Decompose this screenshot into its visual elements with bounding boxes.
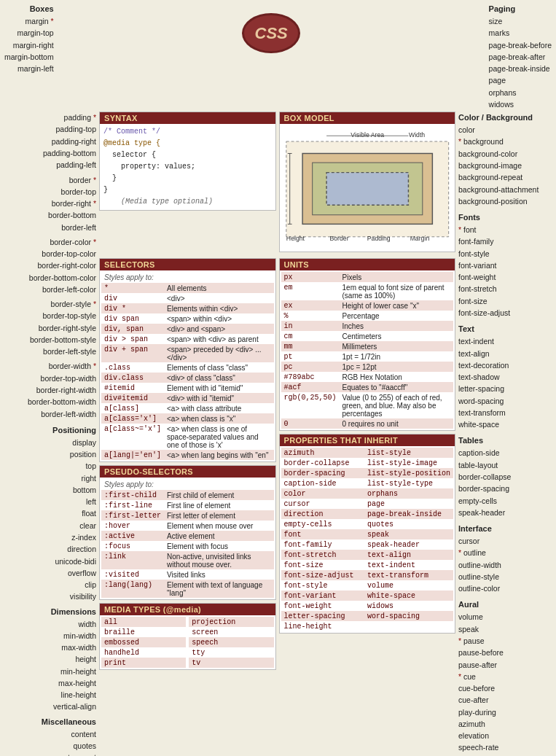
body-area: padding * padding-top padding-right padd… <box>0 112 556 756</box>
table-row: azimuth <box>281 448 364 458</box>
boxmodel-content: Visible Area Width Height Border Padding <box>280 124 455 252</box>
svg-text:Padding: Padding <box>367 235 390 242</box>
table-row: letter-spacing <box>281 611 364 621</box>
boxes-heading: Boxes <box>4 3 54 15</box>
table-row: .classElements of class "class" <box>101 362 274 373</box>
boxes-items: margin * margin-top margin-right margin-… <box>4 15 54 74</box>
table-row: widows <box>364 601 453 611</box>
media-title: MEDIA TYPES (@media) <box>100 604 275 615</box>
pseudo-subtitle: Styles apply to: <box>101 479 274 490</box>
color-bg-section: Color / Background color * background ba… <box>458 112 553 207</box>
svg-text:Border: Border <box>329 235 348 242</box>
top-center: CSS <box>242 3 300 110</box>
table-row: speak-header <box>364 539 453 550</box>
tables-items: caption-side table-layout border-collaps… <box>458 447 553 518</box>
misc-heading: Miscellaneous <box>3 716 96 728</box>
top-left-boxes: Boxes margin * margin-top margin-right m… <box>4 3 54 110</box>
table-row: :visitedVisited links <box>101 569 274 580</box>
table-row: text-transform <box>364 570 453 580</box>
svg-text:Margin: Margin <box>410 235 429 242</box>
table-row: #acfEquates to "#aaccff" <box>281 382 454 392</box>
table-row: div + span<span> preceded by <div> ... <… <box>101 344 274 362</box>
pseudo-title: PSEUDO-SELECTORS <box>100 466 275 478</box>
selectors-content: Styles apply to: *All elements div<div> … <box>100 270 275 461</box>
inherit-table2: list-style list-style-image list-style-p… <box>364 448 453 621</box>
media-box: MEDIA TYPES (@media) all braille embosse… <box>99 603 276 670</box>
table-row: :lang(lang)Element with text of language… <box>101 580 274 598</box>
table-row: :linkNon-active, unvisited links without… <box>101 551 274 569</box>
units-content: pxPixels em1em equal to font size of par… <box>280 270 455 430</box>
positioning-section: Positioning display position top right b… <box>3 424 96 603</box>
table-row: list-style <box>364 448 453 458</box>
table-row: pxPixels <box>281 272 454 282</box>
text-items: text-indent text-align text-decoration t… <box>458 335 553 430</box>
positioning-heading: Positioning <box>3 424 96 437</box>
table-row: inInches <box>281 321 454 331</box>
table-row: word-spacing <box>364 611 453 621</box>
aural-section: Aural volume speak * pause pause-before … <box>458 599 553 756</box>
table-row: braille <box>101 627 186 637</box>
css-logo: CSS <box>242 13 300 53</box>
table-row: rgb(0,25,50)Value (0 to 255) of each of … <box>281 392 454 418</box>
table-row: list-style-type <box>364 478 453 488</box>
table-row: tv <box>189 658 273 668</box>
syntax-title: SYNTAX <box>100 112 275 124</box>
table-row: page-break-inside <box>364 509 453 519</box>
table-row: border-collapse <box>281 458 364 468</box>
table-row: a[class='x']<a> when class is "x" <box>101 413 274 424</box>
syntax-code: /* Comment */ @media type { selector { p… <box>103 126 272 208</box>
inherit-two-col: azimuth border-collapse border-spacing c… <box>281 448 454 631</box>
boxmodel-box: BOX MODEL <box>279 112 456 252</box>
syntax-box: SYNTAX /* Comment */ @media type { selec… <box>99 112 276 211</box>
center-column: SYNTAX /* Comment */ @media type { selec… <box>99 112 455 756</box>
fonts-items: * font font-family font-style font-varia… <box>458 224 553 319</box>
aural-heading: Aural <box>458 599 553 611</box>
media-col1: all braille embossed handheld print <box>101 617 186 668</box>
table-row: page <box>364 499 453 509</box>
syntax-panel: SYNTAX /* Comment */ @media type { selec… <box>99 112 276 255</box>
table-row: %Percentage <box>281 311 454 321</box>
table-row: handheld <box>101 647 186 658</box>
table-row: *All elements <box>101 283 274 293</box>
table-row: font-size-adjust <box>281 570 364 580</box>
table-row: list-style-position <box>364 468 453 478</box>
left-column: padding * padding-top padding-right padd… <box>3 112 96 756</box>
media-content: all braille embossed handheld print <box>100 615 275 669</box>
table-row: line-height <box>281 621 364 631</box>
interface-heading: Interface <box>458 523 553 535</box>
dimensions-section: Dimensions width min-width max-width hei… <box>3 606 96 713</box>
aural-items: volume speak * pause pause-before pause-… <box>458 611 553 756</box>
table-row: quotes <box>364 519 453 529</box>
units-inherit-col: UNITS pxPixels em1em equal to font size … <box>279 258 456 673</box>
table-row: border-spacing <box>281 468 364 478</box>
top-panels-row: SYNTAX /* Comment */ @media type { selec… <box>99 112 455 255</box>
inherit-content: azimuth border-collapse border-spacing c… <box>280 446 455 633</box>
top-right-paging: Paging size marks page-break-before page… <box>489 3 552 110</box>
text-heading: Text <box>458 323 553 335</box>
table-row: mmMillimeters <box>281 341 454 351</box>
fonts-section: Fonts * font font-family font-style font… <box>458 211 553 319</box>
table-row: a[lang|='en']<a> when lang begins with "… <box>101 450 274 460</box>
table-row: font-family <box>281 539 364 550</box>
top-area: Boxes margin * margin-top margin-right m… <box>0 0 556 112</box>
pseudo-table: :first-childFirst child of element :firs… <box>101 490 274 598</box>
media-col2: projection screen speech tty tv <box>189 617 273 668</box>
table-row: font-variant <box>281 591 364 601</box>
table-row: print <box>101 658 186 668</box>
svg-rect-3 <box>326 173 408 206</box>
table-row: font-stretch <box>281 550 364 560</box>
misc-section: Miscellaneous content quotes counter-res… <box>3 716 96 756</box>
table-row: volume <box>364 580 453 591</box>
inherit-col1: azimuth border-collapse border-spacing c… <box>281 448 364 631</box>
table-row: a[class~='x']<a> when class is one of sp… <box>101 424 274 450</box>
table-row: :first-letterFirst letter of element <box>101 510 274 521</box>
media-table1: all braille embossed handheld print <box>101 617 186 668</box>
table-row: embossed <box>101 637 186 647</box>
table-row: :focusElement with focus <box>101 541 274 551</box>
table-row: :first-lineFirst line of element <box>101 500 274 510</box>
table-row: :first-childFirst child of element <box>101 490 274 500</box>
units-title: UNITS <box>280 259 455 270</box>
tables-section: Tables caption-side table-layout border-… <box>458 434 553 518</box>
table-row: tty <box>189 647 273 658</box>
table-row: div > span<span> with <div> as parent <box>101 334 274 344</box>
